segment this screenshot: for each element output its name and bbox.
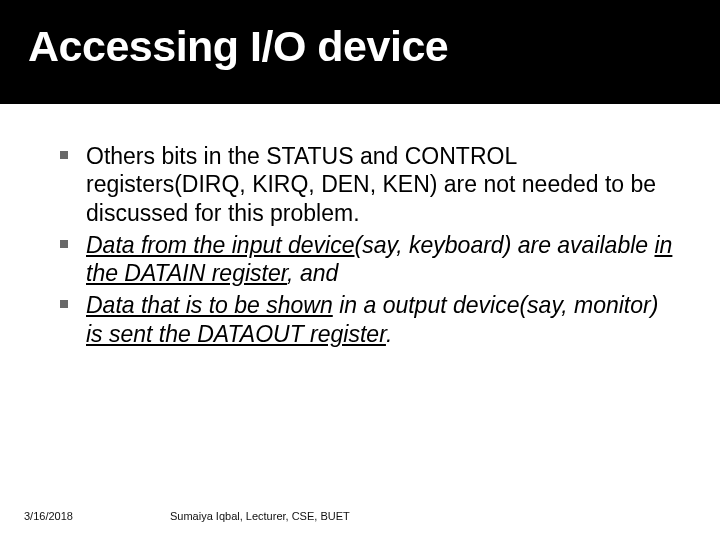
bullet-item: Data that is to be shown in a output dev… — [86, 291, 674, 348]
bullet-text: Others bits in the STATUS and CONTROL re… — [86, 143, 656, 226]
bullet-item: Others bits in the STATUS and CONTROL re… — [86, 142, 674, 227]
bullet-marker-icon — [60, 240, 68, 248]
content-area: Others bits in the STATUS and CONTROL re… — [0, 104, 720, 348]
bullet-text: . — [386, 321, 392, 347]
bullet-text-underlined: Data from the input device — [86, 232, 354, 258]
bullet-item: Data from the input device(say, keyboard… — [86, 231, 674, 288]
footer-date: 3/16/2018 — [24, 510, 73, 522]
title-bar: Accessing I/O device — [0, 0, 720, 104]
bullet-marker-icon — [60, 300, 68, 308]
bullet-text-underlined: is sent the DATAOUT register — [86, 321, 386, 347]
slide-title: Accessing I/O device — [28, 22, 720, 71]
bullet-text: , and — [287, 260, 338, 286]
bullet-marker-icon — [60, 151, 68, 159]
bullet-text: (say, keyboard) are available — [354, 232, 654, 258]
bullet-text: in a output device(say, monitor) — [333, 292, 659, 318]
bullet-text-underlined: Data that is to be shown — [86, 292, 333, 318]
footer-author: Sumaiya Iqbal, Lecturer, CSE, BUET — [170, 510, 350, 522]
